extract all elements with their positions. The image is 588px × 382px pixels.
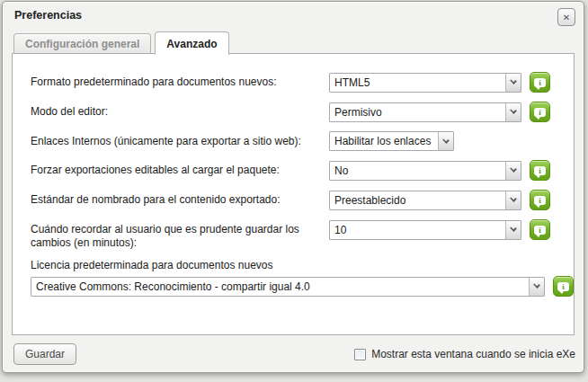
- form-row-editor-mode: Modo del editor:Permisivoi: [31, 102, 574, 122]
- info-icon[interactable]: i: [530, 160, 550, 181]
- show-on-startup-option[interactable]: Mostrar esta ventana cuando se inicia eX…: [354, 348, 575, 360]
- default-license-field: Creative Commons: Reconocimiento - compa…: [31, 276, 574, 297]
- form-row-default-license: Licencia predeterminada para documentos …: [31, 259, 574, 297]
- form-row-default-format: Formato predeterminado para documentos n…: [31, 72, 574, 93]
- naming-standard-selected-value: Preestablecido: [330, 191, 505, 209]
- chevron-down-icon[interactable]: [505, 162, 521, 180]
- chevron-glyph: [510, 225, 517, 232]
- naming-standard-label: Estándar de nombrado para el contenido e…: [31, 190, 329, 207]
- default-format-field: HTML5i: [329, 72, 550, 93]
- chevron-glyph: [510, 77, 517, 84]
- chevron-down-icon[interactable]: [505, 103, 521, 121]
- editor-mode-selected-value: Permisivo: [330, 103, 505, 121]
- save-reminder-minutes-selected-value: 10: [330, 221, 505, 239]
- save-reminder-minutes-label: Cuándo recordar al usuario que es pruden…: [31, 219, 329, 250]
- editor-mode-field: Permisivoi: [329, 102, 550, 122]
- default-license-label: Licencia predeterminada para documentos …: [31, 259, 574, 272]
- chevron-down-icon[interactable]: [438, 132, 453, 150]
- info-bubble-glyph: i: [534, 166, 546, 175]
- internal-links-selected-value: Habilitar los enlaces: [330, 132, 438, 150]
- info-icon[interactable]: i: [530, 72, 550, 93]
- info-icon[interactable]: i: [553, 276, 574, 297]
- info-bubble-glyph: i: [557, 282, 569, 291]
- chevron-down-icon[interactable]: [529, 278, 544, 296]
- save-reminder-minutes-field: 10i: [329, 219, 550, 240]
- show-on-startup-checkbox[interactable]: [354, 349, 366, 360]
- chevron-glyph: [442, 137, 450, 144]
- info-icon[interactable]: i: [530, 102, 550, 122]
- save-button[interactable]: Guardar: [13, 343, 76, 365]
- form-row-naming-standard: Estándar de nombrado para el contenido e…: [31, 190, 574, 210]
- force-editable-exports-selected-value: No: [330, 162, 505, 180]
- force-editable-exports-label: Forzar exportaciones editables al cargar…: [31, 160, 329, 177]
- tab-avanzado[interactable]: Avanzado: [155, 31, 228, 55]
- footer-bar: Guardar Mostrar esta ventana cuando se i…: [12, 340, 575, 369]
- chevron-glyph: [510, 107, 517, 114]
- naming-standard-field: Preestablecidoi: [329, 190, 550, 210]
- force-editable-exports-select[interactable]: No: [329, 161, 521, 181]
- close-button[interactable]: ✕: [557, 8, 575, 26]
- form-row-internal-links: Enlaces Internos (únicamente para export…: [31, 131, 574, 151]
- info-bubble-glyph: i: [534, 226, 546, 235]
- force-editable-exports-field: Noi: [329, 160, 550, 181]
- chevron-down-icon[interactable]: [505, 191, 521, 209]
- preferences-dialog: Preferencias ✕ Configuración general Ava…: [2, 1, 584, 373]
- internal-links-field: Habilitar los enlaces: [329, 131, 454, 151]
- default-format-label: Formato predeterminado para documentos n…: [31, 72, 329, 89]
- tab-bar: Configuración general Avanzado: [13, 31, 229, 54]
- info-bubble-glyph: i: [534, 196, 546, 205]
- preferences-form: Formato predeterminado para documentos n…: [31, 72, 574, 297]
- internal-links-select[interactable]: Habilitar los enlaces: [329, 131, 454, 151]
- tab-configuracion-general[interactable]: Configuración general: [13, 33, 151, 54]
- chevron-down-icon[interactable]: [505, 221, 521, 239]
- info-icon[interactable]: i: [530, 219, 550, 240]
- internal-links-label: Enlaces Internos (únicamente para export…: [31, 131, 329, 148]
- tab-content-panel: Formato predeterminado para documentos n…: [12, 53, 575, 335]
- info-bubble-glyph: i: [534, 108, 546, 117]
- default-format-select[interactable]: HTML5: [329, 73, 521, 93]
- save-reminder-minutes-select[interactable]: 10: [329, 220, 521, 240]
- info-bubble-glyph: i: [534, 78, 546, 87]
- form-row-save-reminder-minutes: Cuándo recordar al usuario que es pruden…: [31, 219, 574, 250]
- naming-standard-select[interactable]: Preestablecido: [329, 191, 521, 210]
- editor-mode-label: Modo del editor:: [31, 102, 329, 119]
- default-license-selected-value: Creative Commons: Reconocimiento - compa…: [31, 278, 529, 296]
- chevron-glyph: [533, 281, 540, 289]
- editor-mode-select[interactable]: Permisivo: [329, 102, 521, 122]
- default-format-selected-value: HTML5: [330, 74, 505, 92]
- info-icon[interactable]: i: [530, 190, 550, 210]
- close-icon: ✕: [563, 13, 570, 22]
- dialog-title: Preferencias: [14, 9, 82, 22]
- chevron-glyph: [510, 165, 517, 173]
- show-on-startup-label: Mostrar esta ventana cuando se inicia eX…: [371, 348, 575, 360]
- form-row-force-editable-exports: Forzar exportaciones editables al cargar…: [31, 160, 574, 181]
- chevron-glyph: [510, 195, 517, 202]
- chevron-down-icon[interactable]: [505, 74, 521, 92]
- default-license-select[interactable]: Creative Commons: Reconocimiento - compa…: [31, 277, 545, 297]
